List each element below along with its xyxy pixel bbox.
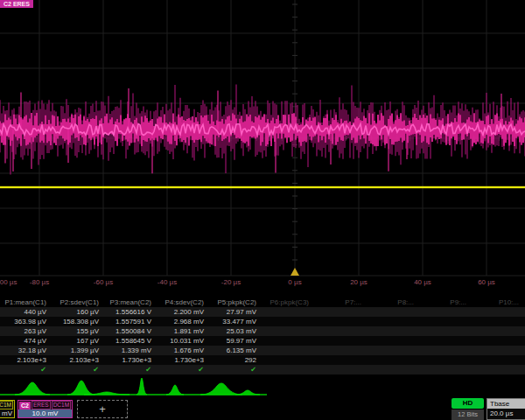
time-axis-label: 20 µs <box>350 278 368 286</box>
measure-cell <box>472 365 525 374</box>
measurement-table: P1:mean(C1)P2:sdev(C1)P3:mean(C2)P4:sdev… <box>0 298 525 374</box>
trace-label-badge[interactable]: C2 ERES <box>0 0 33 8</box>
measure-cell <box>262 317 315 326</box>
measure-cell <box>262 355 315 365</box>
status-check-icon: ✔ <box>158 365 210 374</box>
time-axis-label: 40 µs <box>414 278 431 286</box>
measure-cell: 263 µV <box>0 326 52 336</box>
c2-scale-value: 10.0 mV <box>18 410 72 417</box>
measure-cell: 292 <box>210 355 262 365</box>
measure-cell: 2.103e+3 <box>52 355 105 365</box>
measure-cell <box>472 326 525 336</box>
param-header-P8[interactable]: P8:... <box>368 298 420 307</box>
measure-cell <box>315 355 368 365</box>
time-axis-label: -60 µs <box>94 278 113 286</box>
measure-cell <box>315 346 368 355</box>
time-axis-label: -20 µs <box>221 278 241 286</box>
measure-cell <box>420 365 472 374</box>
time-axis-label: -100 µs <box>0 278 17 286</box>
measure-cell: 1.550084 V <box>105 326 158 336</box>
measure-cell <box>315 307 368 317</box>
measure-cell <box>315 326 368 336</box>
measure-cell <box>368 346 420 355</box>
oscilloscope-screen: C2 ERES -100 µs-80 µs-60 µs-40 µs-20 µs0… <box>0 0 525 420</box>
measure-cell <box>262 346 315 355</box>
measure-cell <box>368 326 420 336</box>
c2-channel-tag: C2 <box>19 402 31 410</box>
measure-cell: 1.339 mV <box>105 346 158 355</box>
measure-cell <box>420 355 472 365</box>
measure-cell <box>368 336 420 346</box>
measure-cell: 2.103e+3 <box>0 355 52 365</box>
measure-cell: 10.031 mV <box>158 336 210 346</box>
c2-coupling-badge: DC1M <box>52 401 71 410</box>
measure-cell: 59.97 mV <box>210 336 262 346</box>
measure-cell: 2.968 mV <box>158 317 210 326</box>
measure-cell: 32.18 µV <box>0 346 52 355</box>
add-trace-button[interactable]: + <box>77 400 128 418</box>
time-axis-label: 0 µs <box>288 278 301 286</box>
timebase-label: Tbase <box>487 399 525 409</box>
measure-cell: 33.477 mV <box>210 317 262 326</box>
param-header-P9[interactable]: P9:... <box>420 298 472 307</box>
measure-cell: 167 µV <box>52 336 105 346</box>
measure-cell <box>420 307 472 317</box>
measure-cell <box>368 355 420 365</box>
measure-cell <box>472 355 525 365</box>
c1-descriptor-header: C1M <box>0 401 14 410</box>
measure-cell <box>420 346 472 355</box>
param-header-P3[interactable]: P3:mean(C2) <box>105 298 158 307</box>
plus-icon: + <box>78 401 127 417</box>
measure-cell: 6.135 mV <box>210 346 262 355</box>
c2-descriptor-box[interactable]: C2 ERES DC1M 10.0 mV <box>18 400 73 418</box>
param-header-P2[interactable]: P2:sdev(C1) <box>52 298 105 307</box>
measure-cell: 440 µV <box>0 307 52 317</box>
waveform-display <box>0 0 525 276</box>
measure-cell: 25.03 mV <box>210 326 262 336</box>
measure-cell: 2.200 mV <box>158 307 210 317</box>
measure-cell <box>420 326 472 336</box>
time-axis-label: -40 µs <box>158 278 177 286</box>
measure-cell: 1.676 mV <box>158 346 210 355</box>
time-axis: -100 µs-80 µs-60 µs-40 µs-20 µs0 µs20 µs… <box>0 276 525 289</box>
measure-cell: 27.97 mV <box>210 307 262 317</box>
param-header-P6[interactable]: P6:pkpk(C3) <box>262 298 315 307</box>
hd-mode-badge: HD <box>452 398 484 409</box>
measure-cell: 1.556616 V <box>105 307 158 317</box>
timebase-value: 20.0 µs <box>487 409 525 419</box>
c1-descriptor-box[interactable]: C1M 0 mV <box>0 400 15 418</box>
measure-cell <box>472 317 525 326</box>
measure-cell <box>472 307 525 317</box>
measure-cell <box>262 326 315 336</box>
c1-coupling-badge: C1M <box>0 401 13 410</box>
time-axis-label: 60 µs <box>478 278 495 286</box>
c2-eres-badge: ERES <box>32 401 51 410</box>
measure-cell <box>420 317 472 326</box>
status-check-icon: ✔ <box>52 365 105 374</box>
trigger-time-marker <box>290 268 299 276</box>
measure-cell: 1.558645 V <box>105 336 158 346</box>
c1-scale-value: 0 mV <box>0 410 14 417</box>
status-check-icon: ✔ <box>105 365 158 374</box>
param-header-P7[interactable]: P7:... <box>315 298 368 307</box>
measure-cell: 474 µV <box>0 336 52 346</box>
param-header-P1[interactable]: P1:mean(C1) <box>0 298 52 307</box>
measure-cell: 1.730e+3 <box>105 355 158 365</box>
param-header-P4[interactable]: P4:sdev(C2) <box>158 298 210 307</box>
measure-cell <box>315 317 368 326</box>
measure-cell <box>420 336 472 346</box>
measure-cell <box>262 307 315 317</box>
timebase-descriptor-box[interactable]: Tbase 20.0 µs <box>486 398 525 420</box>
measure-cell <box>315 336 368 346</box>
measure-cell <box>472 336 525 346</box>
measure-cell <box>262 365 315 374</box>
measure-cell: 160 µV <box>52 307 105 317</box>
measure-cell <box>262 336 315 346</box>
time-axis-label: -80 µs <box>30 278 49 286</box>
param-header-P5[interactable]: P5:pkpk(C2) <box>210 298 262 307</box>
measure-cell: 155 µV <box>52 326 105 336</box>
param-header-P10[interactable]: P10:... <box>472 298 525 307</box>
measure-cell: 363.98 µV <box>0 317 52 326</box>
measure-cell <box>368 307 420 317</box>
math-trace-strip <box>0 375 525 398</box>
